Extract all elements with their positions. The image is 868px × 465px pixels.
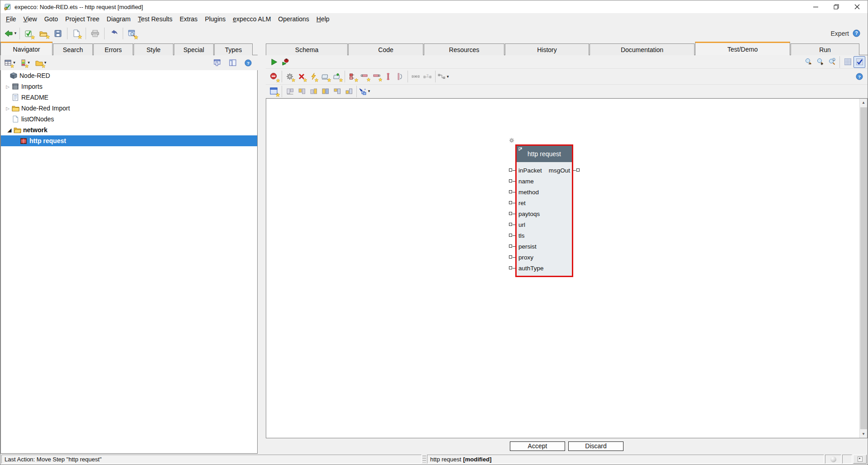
tab-search[interactable]: Search xyxy=(53,43,93,55)
tree-item-project[interactable]: Node-RED xyxy=(1,70,257,81)
output-pin[interactable] xyxy=(576,168,580,172)
tree-item-imports[interactable]: ▷ Imports xyxy=(1,81,257,92)
play-button[interactable] xyxy=(268,56,280,68)
new-folder-button[interactable]: ▾ xyxy=(34,56,48,70)
scrollbar-thumb[interactable] xyxy=(860,107,867,429)
save-button[interactable] xyxy=(51,27,65,40)
pin-line-button[interactable] xyxy=(382,71,394,82)
autoconnect-button[interactable]: +▾ xyxy=(359,86,370,97)
zoom-100-button[interactable]: 1 xyxy=(826,56,838,68)
minimize-button[interactable] xyxy=(805,0,826,13)
scroll-up-icon[interactable]: ▲ xyxy=(860,99,867,106)
tree-item-http-request[interactable]: http request xyxy=(1,135,257,146)
pin-menu-button[interactable]: ▾ xyxy=(437,71,449,82)
input-pin[interactable] xyxy=(509,179,512,182)
find-tool-button[interactable] xyxy=(125,27,139,40)
canvas-help-button[interactable]: ? xyxy=(854,71,865,82)
grid-button[interactable] xyxy=(842,56,854,68)
input-pin[interactable] xyxy=(509,234,512,237)
align-left-button[interactable] xyxy=(284,86,296,97)
input-pin[interactable] xyxy=(509,266,512,269)
input-pin[interactable] xyxy=(509,223,512,226)
tab-errors[interactable]: Errors xyxy=(93,43,133,55)
input-pin[interactable] xyxy=(509,244,512,248)
expander-expanded-icon[interactable]: ◢ xyxy=(6,127,13,133)
input-pin[interactable] xyxy=(509,212,512,215)
pin-line-swap-button[interactable] xyxy=(394,71,406,82)
align-right-button[interactable] xyxy=(307,86,319,97)
menu-plugins[interactable]: Plugins xyxy=(201,14,229,24)
open-button[interactable] xyxy=(36,27,51,40)
tab-special[interactable]: Special xyxy=(174,43,214,55)
add-block-button[interactable] xyxy=(319,71,331,82)
menu-help[interactable]: Help xyxy=(313,14,333,24)
status-indicator-button[interactable] xyxy=(853,455,867,464)
new-step-button[interactable] xyxy=(347,71,359,82)
gear-action-button[interactable] xyxy=(284,71,296,82)
new-document-button[interactable] xyxy=(69,27,84,40)
node-header[interactable]: http request xyxy=(517,146,572,162)
split-window-button[interactable] xyxy=(225,56,240,70)
menu-expecco-alm[interactable]: expecco ALM xyxy=(229,14,274,24)
add-block-new-button[interactable] xyxy=(331,71,343,82)
gear-icon[interactable] xyxy=(509,138,514,143)
tab-types[interactable]: Types xyxy=(214,43,253,55)
tree-item-node-red-import[interactable]: ▷ Node-Red Import xyxy=(1,103,257,114)
tree-item-network[interactable]: ◢ network xyxy=(3,125,257,135)
menu-view[interactable]: View xyxy=(20,14,41,24)
tab-schema[interactable]: Schema xyxy=(266,43,348,55)
new-view-button[interactable]: ▾ xyxy=(3,56,17,70)
canvas-vertical-scrollbar[interactable]: ▲ ▼ xyxy=(859,99,867,438)
pin-query-button[interactable]: ? xyxy=(422,71,433,82)
expander-collapsed-icon[interactable]: ▷ xyxy=(5,84,11,89)
panel-help-button[interactable]: ? xyxy=(241,56,255,70)
tree-item-readme[interactable]: README xyxy=(1,92,257,103)
input-pin[interactable] xyxy=(509,201,512,204)
discard-button[interactable]: Discard xyxy=(568,441,623,451)
detach-window-button[interactable] xyxy=(210,56,225,70)
new-window-button[interactable] xyxy=(268,86,280,97)
new-item-button[interactable] xyxy=(22,27,36,40)
expander-collapsed-icon[interactable]: ▷ xyxy=(5,106,11,111)
menu-project-tree[interactable]: Project Tree xyxy=(62,14,103,24)
tab-code[interactable]: Code xyxy=(348,43,423,55)
restore-button[interactable] xyxy=(826,0,847,13)
remove-step-button[interactable] xyxy=(268,71,280,82)
open-diagram-arrow-icon[interactable] xyxy=(518,147,523,151)
add-output-pin-button[interactable] xyxy=(370,71,382,82)
zoom-in-button[interactable] xyxy=(814,56,826,68)
menu-extras[interactable]: Extras xyxy=(176,14,201,24)
grid-snap-toggle[interactable] xyxy=(854,56,865,68)
scroll-down-icon[interactable]: ▼ xyxy=(860,430,867,438)
back-button[interactable]: ▾ xyxy=(3,27,18,40)
statusbar-grip[interactable] xyxy=(422,455,426,463)
tab-documentation[interactable]: Documentation xyxy=(590,43,695,55)
tab-history[interactable]: History xyxy=(505,43,589,55)
menu-operations[interactable]: Operations xyxy=(274,14,312,24)
distribute-h-button[interactable] xyxy=(319,86,331,97)
menu-goto[interactable]: Goto xyxy=(41,14,62,24)
zoom-out-button[interactable] xyxy=(802,56,814,68)
menu-test-results[interactable]: Test Results xyxy=(134,14,176,24)
panel-splitter[interactable] xyxy=(258,42,266,454)
tab-navigator[interactable]: Navigator xyxy=(0,42,53,55)
quick-action-button[interactable] xyxy=(307,71,319,82)
step-node-http-request[interactable]: http request inPacket msgOut name method… xyxy=(515,144,573,277)
new-column-button[interactable]: ▾ xyxy=(18,56,33,70)
close-button[interactable] xyxy=(847,0,868,13)
delete-action-button[interactable] xyxy=(296,71,307,82)
resize-same-button[interactable] xyxy=(343,86,355,97)
tab-run[interactable]: Run xyxy=(791,43,859,55)
tab-test-demo[interactable]: Test/Demo xyxy=(695,42,790,55)
help-icon[interactable]: ? xyxy=(853,29,860,37)
pin-delete-button[interactable] xyxy=(410,71,422,82)
distribute-v-button[interactable] xyxy=(331,86,343,97)
input-pin[interactable] xyxy=(509,190,512,193)
tree-item-listofnodes[interactable]: listOfNodes xyxy=(1,114,257,125)
undo-button[interactable] xyxy=(106,27,121,40)
menu-file[interactable]: File xyxy=(2,14,20,24)
menu-diagram[interactable]: Diagram xyxy=(103,14,134,24)
accept-button[interactable]: Accept xyxy=(510,441,565,451)
input-pin[interactable] xyxy=(509,168,512,172)
print-button[interactable] xyxy=(88,27,102,40)
